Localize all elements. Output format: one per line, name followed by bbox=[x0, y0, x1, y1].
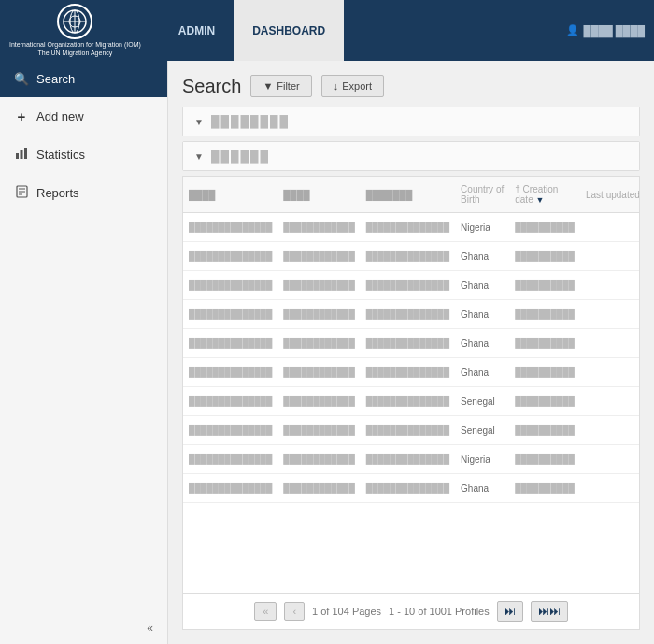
main-content: Search ▼ Filter ↓ Export ▼ ████████ bbox=[168, 61, 654, 644]
add-icon: + bbox=[14, 108, 29, 124]
cell-created: ██████████ bbox=[509, 416, 580, 445]
page-info: 1 of 104 Pages bbox=[312, 606, 381, 617]
cell-surname: ██████████████ bbox=[361, 445, 455, 474]
table-row: ██████████████ ████████████ ████████████… bbox=[183, 213, 639, 242]
table-row: ██████████████ ████████████ ████████████… bbox=[183, 271, 639, 300]
col-name: ████ bbox=[277, 177, 361, 213]
cell-code: ██████████████ bbox=[183, 329, 277, 358]
results-table-container: ████ ████ ███████ Country ofBirth † Crea… bbox=[182, 176, 640, 630]
tab-dashboard[interactable]: DASHBOARD bbox=[234, 0, 344, 61]
cell-country: Ghana bbox=[455, 474, 509, 503]
cell-country: Ghana bbox=[455, 271, 509, 300]
logo: International Organization for Migration… bbox=[9, 4, 141, 57]
next-page-btn[interactable]: ⏭ bbox=[497, 601, 523, 622]
cell-name: ████████████ bbox=[277, 358, 361, 387]
cell-surname: ██████████████ bbox=[361, 474, 455, 503]
cell-created: ██████████ bbox=[509, 329, 580, 358]
cell-name: ████████████ bbox=[277, 416, 361, 445]
cell-surname: ██████████████ bbox=[361, 242, 455, 271]
cell-updated bbox=[580, 358, 639, 387]
svg-rect-5 bbox=[16, 153, 19, 159]
filter-button[interactable]: ▼ Filter bbox=[250, 75, 311, 97]
fields-label: ██████ bbox=[211, 150, 270, 163]
cell-name: ████████████ bbox=[277, 329, 361, 358]
cell-created: ██████████ bbox=[509, 300, 580, 329]
cell-name: ████████████ bbox=[277, 242, 361, 271]
cell-updated bbox=[580, 300, 639, 329]
activities-section-header[interactable]: ▼ ████████ bbox=[183, 107, 639, 136]
activities-chevron: ▼ bbox=[194, 117, 204, 127]
user-label: ████ ████ bbox=[584, 25, 645, 36]
cell-country: Nigeria bbox=[455, 445, 509, 474]
cell-updated bbox=[580, 271, 639, 300]
cell-name: ████████████ bbox=[277, 474, 361, 503]
reports-icon bbox=[14, 185, 29, 201]
sidebar-item-reports-label: Reports bbox=[36, 186, 79, 200]
cell-name: ████████████ bbox=[277, 445, 361, 474]
cell-updated bbox=[580, 445, 639, 474]
cell-updated bbox=[580, 213, 639, 242]
table-row: ██████████████ ████████████ ████████████… bbox=[183, 416, 639, 445]
cell-code: ██████████████ bbox=[183, 213, 277, 242]
cell-code: ██████████████ bbox=[183, 387, 277, 416]
table-row: ██████████████ ████████████ ████████████… bbox=[183, 242, 639, 271]
cell-code: ██████████████ bbox=[183, 416, 277, 445]
cell-updated bbox=[580, 329, 639, 358]
fields-section-header[interactable]: ▼ ██████ bbox=[183, 142, 639, 170]
table-row: ██████████████ ████████████ ████████████… bbox=[183, 329, 639, 358]
cell-updated bbox=[580, 242, 639, 271]
cell-created: ██████████ bbox=[509, 358, 580, 387]
cell-country: Ghana bbox=[455, 242, 509, 271]
statistics-icon bbox=[14, 147, 29, 163]
first-page-btn[interactable]: « bbox=[254, 602, 277, 621]
cell-country: Ghana bbox=[455, 300, 509, 329]
cell-country: Senegal bbox=[455, 387, 509, 416]
sidebar-item-reports[interactable]: Reports bbox=[0, 174, 167, 212]
svg-rect-6 bbox=[21, 150, 23, 159]
cell-name: ████████████ bbox=[277, 387, 361, 416]
table-row: ██████████████ ████████████ ████████████… bbox=[183, 445, 639, 474]
col-created[interactable]: † Creationdate ▼ bbox=[509, 177, 580, 213]
activities-section: ▼ ████████ bbox=[182, 107, 640, 136]
cell-created: ██████████ bbox=[509, 474, 580, 503]
header-tabs: ADMIN DASHBOARD bbox=[160, 0, 566, 61]
cell-surname: ██████████████ bbox=[361, 387, 455, 416]
sidebar-item-statistics-label: Statistics bbox=[36, 148, 85, 162]
cell-created: ██████████ bbox=[509, 213, 580, 242]
fields-section: ▼ ██████ bbox=[182, 141, 640, 171]
tab-admin[interactable]: ADMIN bbox=[160, 0, 234, 61]
sidebar-item-add-new[interactable]: + Add new bbox=[0, 97, 167, 136]
export-icon: ↓ bbox=[334, 80, 339, 92]
filter-icon: ▼ bbox=[263, 80, 273, 92]
cell-created: ██████████ bbox=[509, 271, 580, 300]
content-area: Search ▼ Filter ↓ Export ▼ ████████ bbox=[168, 61, 654, 644]
sidebar: 🔍 Search + Add new Statistics bbox=[0, 61, 168, 644]
search-icon: 🔍 bbox=[14, 72, 29, 86]
export-button[interactable]: ↓ Export bbox=[321, 75, 384, 97]
col-surname: ███████ bbox=[361, 177, 455, 213]
cell-country: Ghana bbox=[455, 329, 509, 358]
sidebar-item-statistics[interactable]: Statistics bbox=[0, 136, 167, 174]
cell-code: ██████████████ bbox=[183, 242, 277, 271]
prev-page-btn[interactable]: ‹ bbox=[284, 602, 305, 621]
table-row: ██████████████ ████████████ ████████████… bbox=[183, 358, 639, 387]
header: International Organization for Migration… bbox=[0, 0, 654, 61]
cell-surname: ██████████████ bbox=[361, 329, 455, 358]
last-page-btn[interactable]: ⏭⏭ bbox=[531, 601, 568, 622]
cell-code: ██████████████ bbox=[183, 474, 277, 503]
cell-code: ██████████████ bbox=[183, 300, 277, 329]
table-row: ██████████████ ████████████ ████████████… bbox=[183, 300, 639, 329]
pagination: « ‹ 1 of 104 Pages 1 - 10 of 1001 Profil… bbox=[183, 593, 639, 629]
cell-country: Senegal bbox=[455, 416, 509, 445]
col-country: Country ofBirth bbox=[455, 177, 509, 213]
col-updated: Last updated bbox=[580, 177, 639, 213]
fields-chevron: ▼ bbox=[194, 151, 204, 162]
cell-created: ██████████ bbox=[509, 242, 580, 271]
sidebar-item-search[interactable]: 🔍 Search bbox=[0, 61, 167, 97]
cell-surname: ██████████████ bbox=[361, 358, 455, 387]
col-code: ████ bbox=[183, 177, 277, 213]
table-row: ██████████████ ████████████ ████████████… bbox=[183, 474, 639, 503]
sidebar-collapse-btn[interactable]: « bbox=[0, 612, 167, 644]
search-header: Search ▼ Filter ↓ Export bbox=[182, 75, 640, 97]
header-user[interactable]: 👤 ████ ████ bbox=[566, 24, 645, 36]
